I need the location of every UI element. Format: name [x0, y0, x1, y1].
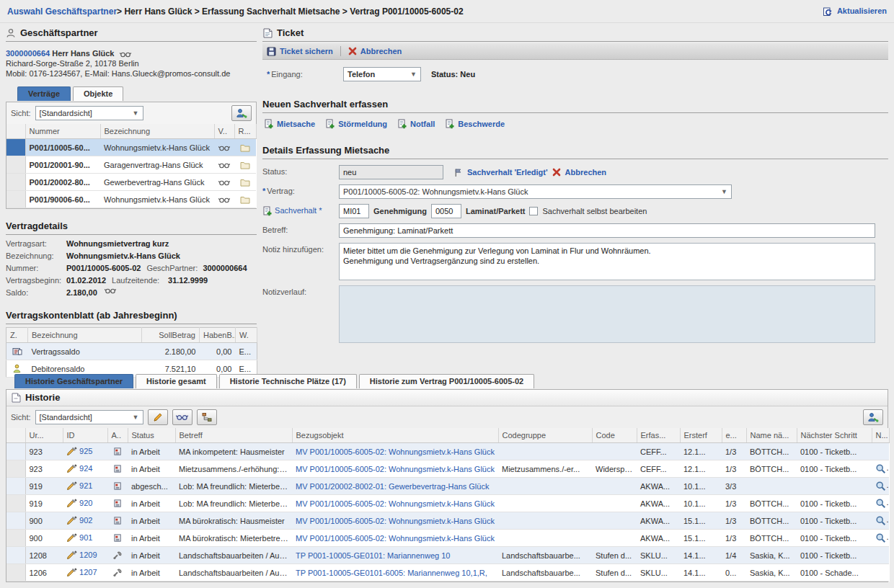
partner-tab[interactable]: Objekte [73, 86, 123, 101]
history-col-header[interactable]: ID [63, 428, 107, 443]
kontenblatt-col-header[interactable]: HabenB... [200, 328, 236, 343]
contract-view-cell[interactable] [214, 139, 234, 156]
kontenblatt-col-header[interactable]: Bezeichnung [28, 328, 142, 343]
history-tab[interactable]: Historie zum Vertrag P001/10005-6005-02 [359, 374, 534, 388]
row-selector[interactable] [6, 191, 25, 208]
row-selector[interactable] [6, 547, 25, 564]
notiz-textarea[interactable]: Mieter bittet um die Genehmigung zur Ver… [339, 243, 875, 280]
history-col-header[interactable]: Code [592, 428, 637, 443]
contract-view-cell[interactable] [214, 156, 234, 174]
contracts-col-header[interactable]: Bezeichnung [100, 124, 214, 139]
contract-row[interactable]: P001/20001-90...Garagenvertrag-Hans Glüc… [6, 156, 256, 174]
history-id-link[interactable]: 902 [77, 516, 92, 525]
contract-view-cell[interactable] [214, 174, 234, 191]
vertrag-select[interactable]: P001/10005-6005-02: Wohnungsmietv.k-Hans… [339, 184, 732, 199]
refresh-action[interactable]: Aktualisieren [823, 6, 887, 17]
history-tab[interactable]: Historie Technische Plätze (17) [219, 374, 357, 388]
history-id-link[interactable]: 1209 [77, 551, 97, 559]
magnifier-icon[interactable] [875, 463, 886, 474]
code-group-input[interactable] [339, 204, 369, 218]
history-row[interactable]: 900 902in ArbeitMA bürokratisch: Hausmei… [6, 512, 889, 530]
history-row[interactable]: 923 925in ArbeitMA inkompetent: Hausmeis… [6, 443, 889, 460]
contract-view-cell[interactable] [214, 191, 234, 208]
history-bezugsobjekt-link[interactable]: MV P001/10005-6005-02: Wohnungsmietv.k-H… [292, 512, 498, 530]
history-bezugsobjekt-link[interactable]: MV P001/10005-6005-02: Wohnungsmietv.k-H… [292, 530, 498, 547]
history-id-link[interactable]: 1207 [77, 568, 97, 576]
history-id-link[interactable]: 925 [77, 447, 92, 455]
row-selector[interactable] [6, 564, 25, 582]
breadcrumb-link[interactable]: Auswahl Geschäftspartner [7, 6, 117, 17]
refresh-label[interactable]: Aktualisieren [837, 6, 887, 15]
history-detail-cell[interactable] [872, 460, 889, 478]
row-selector[interactable] [6, 478, 25, 495]
contract-row[interactable]: P001/90006-60...Wohnungsmietv.k-Hans Glü… [6, 191, 256, 208]
history-row[interactable]: 919 921abgesch...Lob: MA freundlich: Mie… [6, 478, 889, 495]
save-ticket-button[interactable]: Ticket sichern [267, 47, 333, 56]
history-detail-cell[interactable] [872, 478, 889, 495]
row-selector[interactable] [6, 460, 25, 478]
history-col-header[interactable]: Erfas... [637, 428, 680, 443]
history-col-header[interactable]: Betreff [175, 428, 292, 443]
history-col-header[interactable]: Ur... [25, 428, 63, 443]
kontenblatt-col-header[interactable]: Z. [6, 328, 28, 343]
row-selector[interactable] [6, 174, 25, 191]
contract-folder-cell[interactable] [234, 191, 256, 208]
kontenblatt-row[interactable]: Vertragssaldo2.180,000,00E... [6, 343, 257, 360]
row-selector[interactable] [6, 530, 25, 547]
selbst-bearbeiten-checkbox[interactable] [529, 207, 538, 215]
contracts-col-header[interactable]: Nummer [25, 124, 100, 139]
history-col-header[interactable]: Codegruppe [498, 428, 592, 443]
history-row[interactable]: 1208 1209in ArbeitLandschaftsbauarbeiten… [6, 547, 889, 564]
history-id-link[interactable]: 901 [77, 533, 92, 542]
row-selector[interactable] [6, 512, 25, 530]
kontenblatt-col-header[interactable]: SollBetrag [142, 328, 200, 343]
magnifier-icon[interactable] [875, 533, 886, 543]
contract-row[interactable]: P001/10005-60...Wohnungsmietv.k-Hans Glü… [6, 139, 256, 156]
history-bezugsobjekt-link[interactable]: MV P001/20002-8002-01: Gewerbevertrag-Ha… [292, 478, 498, 495]
view-button[interactable] [172, 409, 192, 425]
history-row[interactable]: 923 924in ArbeitMietzusammens./-erhöhung… [6, 460, 889, 478]
history-col-header[interactable]: Bezugsobjekt [292, 428, 498, 443]
edit-button[interactable] [148, 409, 168, 425]
history-id-link[interactable]: 920 [77, 499, 92, 507]
partner-id-link[interactable]: 3000000664 [6, 49, 50, 58]
erledigt-link[interactable]: Sachverhalt 'Erledigt' [467, 168, 548, 177]
kontenblatt-col-header[interactable]: W. [236, 328, 257, 343]
history-id-link[interactable]: 924 [77, 464, 92, 473]
eingang-select[interactable]: Telefon ▼ [343, 67, 421, 81]
row-selector[interactable] [6, 156, 25, 174]
create-notfall-link[interactable]: Notfall [397, 119, 435, 129]
create-strmeldung-link[interactable]: Störmeldung [325, 119, 387, 129]
sicht-select[interactable]: [Standardsicht] ▼ [35, 106, 143, 120]
history-bezugsobjekt-link[interactable]: TP P001-10005-GE0101: Mariannenweg 10 [292, 547, 498, 564]
status-input[interactable] [339, 165, 443, 179]
row-selector[interactable] [6, 495, 25, 512]
code-input[interactable] [431, 204, 461, 218]
history-row[interactable]: 1206 1207in ArbeitLandschaftsbauarbeiten… [6, 564, 889, 582]
history-detail-cell[interactable] [872, 512, 889, 530]
history-row[interactable]: 919 920in ArbeitLob: MA freundlich: Miet… [6, 495, 889, 512]
contract-folder-cell[interactable] [234, 139, 256, 156]
history-col-header[interactable]: A.. [107, 428, 128, 443]
history-bezugsobjekt-link[interactable]: TP P001-10005-GE0101-6005: Mariannenweg … [292, 564, 498, 582]
notizverlauf-textarea[interactable] [339, 285, 875, 343]
history-col-header[interactable]: Ersterf [680, 428, 722, 443]
cancel-ticket-button[interactable]: Abbrechen [348, 47, 402, 55]
magnifier-icon[interactable] [875, 515, 886, 526]
personalize-button[interactable] [231, 105, 252, 121]
history-col-header[interactable]: Nächster Schritt [797, 428, 872, 443]
personalize-button[interactable] [863, 409, 883, 425]
history-col-header[interactable]: N... [872, 428, 889, 443]
create-mietsache-link[interactable]: Mietsache [264, 119, 315, 129]
contract-folder-cell[interactable] [234, 174, 256, 191]
create-beschwerde-link[interactable]: Beschwerde [445, 119, 505, 129]
magnifier-icon[interactable] [875, 498, 886, 509]
history-detail-cell[interactable] [872, 530, 889, 547]
contract-folder-cell[interactable] [234, 156, 256, 174]
history-sicht-select[interactable]: [Standardsicht] ▼ [35, 410, 143, 424]
betreff-input[interactable] [339, 223, 875, 238]
hierarchy-button[interactable] [197, 409, 217, 425]
row-selector[interactable] [6, 443, 25, 460]
history-id-link[interactable]: 921 [77, 481, 92, 490]
contracts-col-header[interactable]: V.. [214, 124, 234, 139]
